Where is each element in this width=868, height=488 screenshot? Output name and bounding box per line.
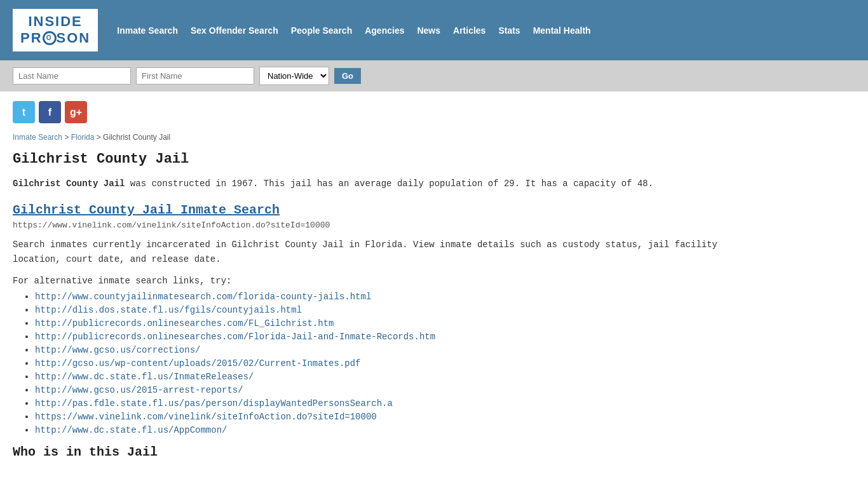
nav-news[interactable]: News xyxy=(417,25,440,36)
location-select[interactable]: Nation-Wide xyxy=(259,67,329,85)
site-header: INSIDE PROSON Inmate Search Sex Offender… xyxy=(0,0,868,60)
nav-mental-health[interactable]: Mental Health xyxy=(533,25,591,36)
jail-name-bold: Gilchrist County Jail xyxy=(13,179,125,189)
alt-link-6[interactable]: http://www.dc.state.fl.us/InmateReleases… xyxy=(35,372,254,382)
list-item: http://gcso.us/wp-content/uploads/2015/0… xyxy=(35,358,750,369)
jail-description-rest: was constructed in 1967. This jail has a… xyxy=(125,179,653,189)
list-item: http://www.gcso.us/corrections/ xyxy=(35,344,750,355)
breadcrumb-current: Gilchrist County Jail xyxy=(103,133,170,142)
list-item: http://www.dc.state.fl.us/AppCommon/ xyxy=(35,424,750,435)
breadcrumb-separator1: > xyxy=(64,133,71,142)
alt-link-0[interactable]: http://www.countyjailinmatesearch.com/fl… xyxy=(35,292,371,302)
list-item: https://www.vinelink.com/vinelink/siteIn… xyxy=(35,411,750,422)
breadcrumb-separator2: > xyxy=(97,133,103,142)
main-content: Inmate Search > Florida > Gilchrist Coun… xyxy=(0,126,763,478)
vinelink-url: https://www.vinelink.com/vinelink/siteIn… xyxy=(13,220,750,230)
breadcrumb-florida[interactable]: Florida xyxy=(71,133,95,142)
list-item: http://www.dc.state.fl.us/InmateReleases… xyxy=(35,371,750,382)
list-item: http://publicrecords.onlinesearches.com/… xyxy=(35,331,750,342)
logo[interactable]: INSIDE PROSON xyxy=(13,9,98,51)
nav-agencies[interactable]: Agencies xyxy=(365,25,404,36)
nav-people-search[interactable]: People Search xyxy=(291,25,353,36)
nav-articles[interactable]: Articles xyxy=(453,25,485,36)
list-item: http://dlis.dos.state.fl.us/fgils/county… xyxy=(35,304,750,315)
first-name-input[interactable] xyxy=(136,67,254,85)
nav-inmate-search[interactable]: Inmate Search xyxy=(117,25,178,36)
last-name-input[interactable] xyxy=(13,67,131,85)
main-nav: Inmate Search Sex Offender Search People… xyxy=(117,25,590,36)
list-item: http://pas.fdle.state.fl.us/pas/person/d… xyxy=(35,398,750,409)
twitter-share-button[interactable]: t xyxy=(13,101,35,123)
search-bar: Nation-Wide Go xyxy=(0,60,868,92)
alt-links-list: http://www.countyjailinmatesearch.com/fl… xyxy=(13,291,750,435)
who-title: Who is in this Jail xyxy=(13,445,750,459)
list-item: http://www.gcso.us/2015-arrest-reports/ xyxy=(35,384,750,395)
page-title: Gilchrist County Jail xyxy=(13,151,750,167)
list-item: http://publicrecords.onlinesearches.com/… xyxy=(35,318,750,329)
inmate-search-link[interactable]: Gilchrist County Jail Inmate Search xyxy=(13,203,280,217)
alt-link-4[interactable]: http://www.gcso.us/corrections/ xyxy=(35,345,200,355)
alt-link-1[interactable]: http://dlis.dos.state.fl.us/fgils/county… xyxy=(35,305,302,315)
alt-link-3[interactable]: http://publicrecords.onlinesearches.com/… xyxy=(35,332,435,342)
logo-line2: PROSON xyxy=(20,30,90,46)
list-item: http://www.countyjailinmatesearch.com/fl… xyxy=(35,291,750,302)
inmate-search-description: Search inmates currently incarcerated in… xyxy=(13,238,750,266)
social-icons-bar: t f g+ xyxy=(0,92,868,126)
alt-link-9[interactable]: https://www.vinelink.com/vinelink/siteIn… xyxy=(35,412,377,422)
alt-link-8[interactable]: http://pas.fdle.state.fl.us/pas/person/d… xyxy=(35,398,393,409)
search-go-button[interactable]: Go xyxy=(334,68,361,84)
logo-line1: INSIDE xyxy=(20,14,90,29)
jail-description: Gilchrist County Jail was constructed in… xyxy=(13,177,750,191)
alt-link-10[interactable]: http://www.dc.state.fl.us/AppCommon/ xyxy=(35,425,227,435)
alt-links-intro: For alternative inmate search links, try… xyxy=(13,276,750,286)
alt-link-5[interactable]: http://gcso.us/wp-content/uploads/2015/0… xyxy=(35,358,360,369)
google-share-button[interactable]: g+ xyxy=(65,101,87,123)
nav-stats[interactable]: Stats xyxy=(498,25,520,36)
alt-link-2[interactable]: http://publicrecords.onlinesearches.com/… xyxy=(35,318,334,329)
breadcrumb: Inmate Search > Florida > Gilchrist Coun… xyxy=(13,133,750,142)
inmate-search-heading: Gilchrist County Jail Inmate Search xyxy=(13,202,750,217)
nav-sex-offender-search[interactable]: Sex Offender Search xyxy=(191,25,278,36)
facebook-share-button[interactable]: f xyxy=(39,101,61,123)
breadcrumb-inmate-search[interactable]: Inmate Search xyxy=(13,133,62,142)
alt-link-7[interactable]: http://www.gcso.us/2015-arrest-reports/ xyxy=(35,385,243,395)
